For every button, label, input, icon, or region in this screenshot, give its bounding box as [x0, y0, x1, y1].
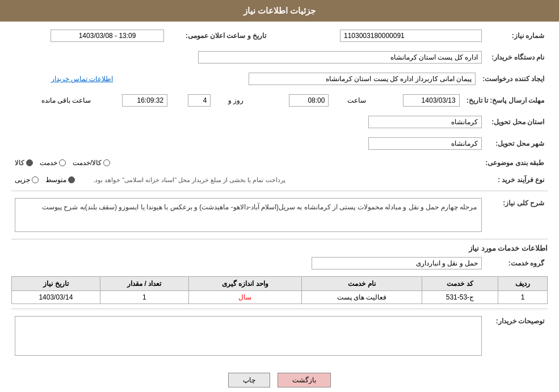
radio-kala-label: کالا	[15, 159, 24, 167]
header-title: جزئیات اطلاعات نیاز	[243, 6, 316, 15]
divider-1	[11, 191, 548, 191]
groheKhadamat-value: حمل و نقل و انبارداری	[11, 255, 485, 272]
ijadKonande-value: پیمان امانی کاربرداز اداره کل پست استان …	[123, 70, 479, 87]
info-row-3: ایجاد کننده درخواست: پیمان امانی کاربردا…	[11, 70, 548, 87]
radio-kala-khadamat-circle	[103, 159, 110, 166]
page-wrapper: جزئیات اطلاعات نیاز شماره نیاز: 11030031…	[0, 0, 559, 392]
info-row-5: استان محل تحویل: کرمانشاه	[11, 113, 548, 130]
sharhKolli-value: مرحله چهارم حمل و نقل و مبادله محمولات پ…	[11, 196, 485, 234]
tarich-input: 1403/03/08 - 13:09	[51, 29, 164, 42]
radio-kala-circle	[26, 159, 33, 166]
mohlat-saat-val: 08:00	[264, 92, 332, 109]
th-vahed: واحد اندازه گیری	[188, 277, 302, 291]
radio-khadamat-label: خدمت	[40, 159, 57, 167]
mohlat-baqi-label: ساعت باقی مانده	[11, 92, 94, 109]
shomareNiaz-label: شماره نیاز:	[485, 27, 548, 44]
noeFarayand-options: پرداخت تمام یا بخشی از مبلغ خریدار محل "…	[11, 174, 485, 186]
info-row-7: طبقه بندی موضوعی: کالا/خدمت خدمت	[11, 157, 548, 169]
mohlat-date-input: 1403/03/13	[403, 94, 460, 107]
radio-motevaset-label: متوسط	[45, 176, 66, 184]
groheKhadamat-label: گروه خدمت:	[485, 255, 548, 272]
tarich-value: 1403/03/08 - 13:09	[11, 27, 167, 44]
radio-motevaset: متوسط	[45, 176, 75, 184]
mohlat-roz-label: روز و	[214, 92, 247, 109]
table-cell-tarich: 1403/03/14	[12, 291, 100, 304]
th-namKhadamat: نام خدمت	[302, 277, 422, 291]
info-row-2: نام دستگاه خریدار: اداره کل پست استان کر…	[11, 49, 548, 66]
radio-jozyi-label: جزیی	[15, 176, 30, 184]
radio-khadamat-circle	[59, 159, 66, 166]
shahrTahvil-value: کرمانشاه	[11, 135, 485, 152]
table-cell-vahed: سال	[188, 291, 302, 304]
table-cell-kodKhadamat: ج-53-531	[422, 291, 498, 304]
table-cell-tedad: 1	[100, 291, 188, 304]
info-groheKhadamat: گروه خدمت: حمل و نقل و انبارداری	[11, 255, 548, 272]
tosifat-textarea[interactable]	[15, 316, 482, 356]
tarich-label: تاریخ و ساعت اعلان عمومی:	[167, 27, 270, 44]
info-row-6: شهر محل تحویل: کرمانشاه	[11, 135, 548, 152]
noeFarayand-note: پرداخت تمام یا بخشی از مبلغ خریدار محل "…	[93, 176, 285, 184]
back-button[interactable]: بازگشت	[278, 373, 331, 387]
ijadKonande-label: ایجاد کننده درخواست:	[479, 70, 548, 87]
radio-kala-khadamat-label: کالا/خدمت	[73, 159, 102, 167]
info-row-4: مهلت ارسال پاسخ: تا تاریخ: 1403/03/13 سا…	[11, 92, 548, 109]
table-cell-namKhadamat: فعالیت های پست	[302, 291, 422, 304]
ijadKonande-input: پیمان امانی کاربرداز اداره کل پست استان …	[249, 73, 476, 85]
tabaghe-label: طبقه بندی موضوعی:	[482, 157, 548, 169]
divider-3	[11, 309, 548, 309]
noeFarayand-radio-row: پرداخت تمام یا بخشی از مبلغ خریدار محل "…	[15, 176, 482, 184]
mohlat-baqi-input: 16:09:32	[122, 94, 167, 107]
ijadKonande-link-cell: اطلاعات تماس خریدار	[11, 70, 116, 87]
bottom-buttons: بازگشت چاپ	[11, 364, 548, 392]
namDastgah-input: اداره کل پست استان کرمانشاه	[198, 51, 482, 64]
ostanTahvil-input: کرمانشاه	[368, 116, 482, 128]
radio-kala-khadamat: کالا/خدمت	[73, 159, 110, 167]
print-button[interactable]: چاپ	[228, 373, 270, 387]
tabaghe-radio-row: کالا/خدمت خدمت کالا	[15, 159, 478, 167]
th-tarich: تاریخ نیاز	[12, 277, 100, 291]
th-tedad: تعداد / مقدار	[100, 277, 188, 291]
radio-jozyi-circle	[32, 176, 39, 183]
tosifat-value	[11, 314, 485, 360]
info-row-1: شماره نیاز: 1103003180000091 تاریخ و ساع…	[11, 27, 548, 44]
shomareNiaz-value: 1103003180000091	[292, 27, 485, 44]
mohlat-roz-input: 4	[188, 94, 211, 107]
ostanTahvil-value: کرمانشاه	[11, 113, 485, 130]
info-row-8: نوع فرآیند خرید : پرداخت تمام یا بخشی از…	[11, 174, 548, 186]
th-kodKhadamat: کد خدمت	[422, 277, 498, 291]
namDastgah-label: نام دستگاه خریدار:	[485, 49, 548, 66]
sharhKolli-label: شرح کلی نیاز:	[485, 196, 548, 234]
radio-kala: کالا	[15, 159, 33, 167]
info-tosifat: توصیحات خریدار:	[11, 314, 548, 360]
shahrTahvil-label: شهر محل تحویل:	[485, 135, 548, 152]
divider-2	[11, 239, 548, 239]
mohlat-label: مهلت ارسال پاسخ: تا تاریخ:	[463, 92, 548, 109]
mohlat-baqi-val: 16:09:32	[94, 92, 171, 109]
service-table: ردیف کد خدمت نام خدمت واحد اندازه گیری ت…	[11, 276, 548, 304]
ijadKonande-link[interactable]: اطلاعات تماس خریدار	[51, 75, 114, 83]
mohlat-date: 1403/03/13	[369, 92, 463, 109]
th-radif: ردیف	[498, 277, 548, 291]
mohlat-saat-label: ساعت	[332, 92, 369, 109]
radio-khadamat: خدمت	[40, 159, 66, 167]
mohlat-roz-val: 4	[171, 92, 214, 109]
table-row: 1ج-53-531فعالیت های پستسال11403/03/14	[12, 291, 548, 304]
table-cell-radif: 1	[498, 291, 548, 304]
tabaghe-options: کالا/خدمت خدمت کالا	[11, 157, 482, 169]
mohlat-saat-input: 08:00	[289, 94, 329, 107]
ostanTahvil-label: استان محل تحویل:	[485, 113, 548, 130]
shomareNiaz-input: 1103003180000091	[340, 29, 482, 42]
info-sharh: شرح کلی نیاز: مرحله چهارم حمل و نقل و مب…	[11, 196, 548, 234]
ettelaatKhadamat-title: اطلاعات خدمات مورد نیاز	[11, 244, 548, 252]
radio-motevaset-circle	[68, 176, 75, 183]
groheKhadamat-input: حمل و نقل و انبارداری	[312, 257, 482, 269]
page-header: جزئیات اطلاعات نیاز	[0, 0, 559, 22]
sharhKolli-box: مرحله چهارم حمل و نقل و مبادله محمولات پ…	[15, 198, 482, 232]
tosifat-label: توصیحات خریدار:	[485, 314, 548, 360]
radio-jozyi: جزیی	[15, 176, 39, 184]
namDastgah-value: اداره کل پست استان کرمانشاه	[11, 49, 485, 66]
noeFarayand-label: نوع فرآیند خرید :	[485, 174, 548, 186]
shahrTahvil-input: کرمانشاه	[368, 137, 482, 150]
main-content: شماره نیاز: 1103003180000091 تاریخ و ساع…	[0, 22, 559, 392]
